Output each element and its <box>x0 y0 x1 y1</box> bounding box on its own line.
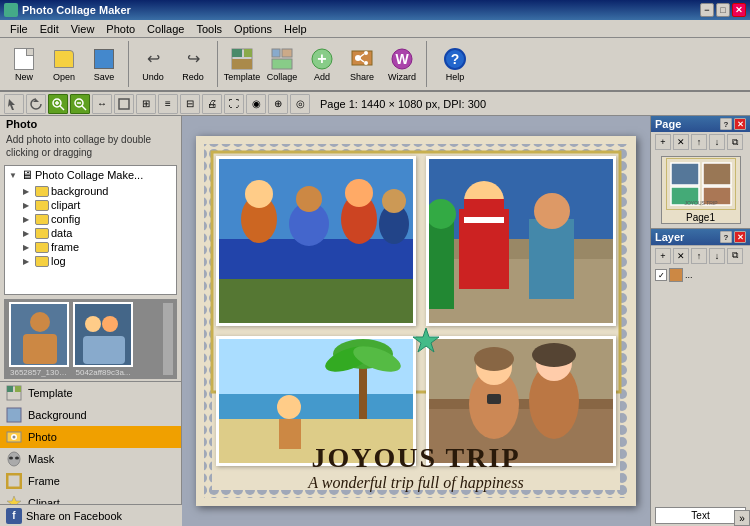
menu-options[interactable]: Options <box>228 22 278 36</box>
svg-rect-33 <box>83 336 125 364</box>
svg-point-58 <box>296 186 322 212</box>
move-tool-button[interactable] <box>4 94 24 114</box>
page-move-down-button[interactable]: ↓ <box>709 134 725 150</box>
share-button[interactable]: Share <box>342 42 382 86</box>
category-photo[interactable]: Photo <box>0 426 181 448</box>
layer-up-button[interactable]: ↑ <box>691 248 707 264</box>
collage-button[interactable]: Collage <box>262 42 302 86</box>
category-background[interactable]: Background <box>0 404 181 426</box>
expand-panel-button[interactable]: » <box>734 510 750 526</box>
tb2-btn6[interactable]: ⊞ <box>136 94 156 114</box>
thumb-scrollbar[interactable] <box>162 302 174 376</box>
layer-duplicate-button[interactable]: ⧉ <box>727 248 743 264</box>
tree-item-config[interactable]: ▶ config <box>19 212 176 226</box>
page-panel-close-btn[interactable]: ✕ <box>734 118 746 130</box>
app-title: Photo Collage Maker <box>22 4 131 16</box>
open-button[interactable]: Open <box>44 42 84 86</box>
category-template[interactable]: Template <box>0 382 181 404</box>
add-button[interactable]: + Add <box>302 42 342 86</box>
zoom-out-button[interactable] <box>70 94 90 114</box>
svg-rect-6 <box>272 59 292 69</box>
page-delete-button[interactable]: ✕ <box>673 134 689 150</box>
minimize-button[interactable]: − <box>700 3 714 17</box>
app-icon <box>4 3 18 17</box>
share-bar[interactable]: f Share on Facebook <box>0 504 182 526</box>
tree-item-log[interactable]: ▶ log <box>19 254 176 268</box>
maximize-button[interactable]: □ <box>716 3 730 17</box>
close-button[interactable]: ✕ <box>732 3 746 17</box>
tree-root[interactable]: ▼ 🖥 Photo Collage Make... <box>5 166 176 184</box>
page-thumbnail[interactable]: JOYOUS TRIP Page1 <box>661 156 741 224</box>
page-move-up-button[interactable]: ↑ <box>691 134 707 150</box>
layer-item-1[interactable]: ✓ ... <box>653 267 748 283</box>
help-button[interactable]: ? Help <box>435 42 475 86</box>
thumbnail-1[interactable] <box>9 302 69 367</box>
wizard-button[interactable]: W Wizard <box>382 42 422 86</box>
tb2-btn10[interactable]: ⛶ <box>224 94 244 114</box>
tb2-btn13[interactable]: ◎ <box>290 94 310 114</box>
save-button[interactable]: Save <box>84 42 124 86</box>
svg-rect-44 <box>7 474 21 488</box>
rotate-left-button[interactable] <box>26 94 46 114</box>
print-button[interactable]: 🖨 <box>202 94 222 114</box>
template-cat-icon <box>6 385 22 401</box>
svg-point-10 <box>355 55 361 61</box>
svg-point-62 <box>382 189 406 213</box>
tb2-btn12[interactable]: ⊕ <box>268 94 288 114</box>
svg-rect-71 <box>529 219 574 299</box>
tree-root-label: Photo Collage Make... <box>35 169 143 181</box>
undo-button[interactable]: ↩ Undo <box>133 42 173 86</box>
layer-panel: Layer ? ✕ + ✕ ↑ ↓ ⧉ ✓ ... Text <box>651 229 750 526</box>
layer-panel-help-btn[interactable]: ? <box>720 231 732 243</box>
tree-item-frame[interactable]: ▶ frame <box>19 240 176 254</box>
page-copy-button[interactable]: ⧉ <box>727 134 743 150</box>
zoom-in-button[interactable] <box>48 94 68 114</box>
layer-panel-buttons: ? ✕ <box>720 231 746 243</box>
tb2-btn5[interactable] <box>114 94 134 114</box>
toolbar: New Open Save ↩ Undo ↪ Redo Template <box>0 38 750 92</box>
layer-1-checkbox[interactable]: ✓ <box>655 269 667 281</box>
menu-tools[interactable]: Tools <box>190 22 228 36</box>
menu-photo[interactable]: Photo <box>100 22 141 36</box>
tree-item-clipart[interactable]: ▶ clipart <box>19 198 176 212</box>
page-add-button[interactable]: + <box>655 134 671 150</box>
layer-down-button[interactable]: ↓ <box>709 248 725 264</box>
thumbnail-2[interactable] <box>73 302 133 367</box>
photo-slot-2[interactable] <box>426 156 616 326</box>
layer-name-display: Text <box>655 507 746 524</box>
menu-edit[interactable]: Edit <box>34 22 65 36</box>
redo-button[interactable]: ↪ Redo <box>173 42 213 86</box>
tb2-btn11[interactable]: ◉ <box>246 94 266 114</box>
collage-text-area: JOYOUS TRIP A wonderful trip full of hap… <box>216 442 616 492</box>
file-tree[interactable]: ▼ 🖥 Photo Collage Make... ▶ background ▶… <box>4 165 177 295</box>
titlebar: Photo Collage Maker − □ ✕ <box>0 0 750 20</box>
menu-help[interactable]: Help <box>278 22 313 36</box>
mask-cat-icon <box>6 451 22 467</box>
category-mask[interactable]: Mask <box>0 448 181 470</box>
tb2-btn7[interactable]: ≡ <box>158 94 178 114</box>
photo-slot-1[interactable] <box>216 156 416 326</box>
svg-point-60 <box>345 179 373 207</box>
svg-rect-98 <box>703 163 731 185</box>
menu-collage[interactable]: Collage <box>141 22 190 36</box>
svg-rect-73 <box>429 219 454 309</box>
tree-item-data[interactable]: ▶ data <box>19 226 176 240</box>
page-info: Page 1: 1440 × 1080 px, DPI: 300 <box>320 98 486 110</box>
layer-toolbar: + ✕ ↑ ↓ ⧉ <box>651 245 750 265</box>
photo-cat-label: Photo <box>28 431 57 443</box>
tree-item-background[interactable]: ▶ background <box>19 184 176 198</box>
layer-delete-button[interactable]: ✕ <box>673 248 689 264</box>
new-button[interactable]: New <box>4 42 44 86</box>
menu-view[interactable]: View <box>65 22 101 36</box>
fit-button[interactable]: ↔ <box>92 94 112 114</box>
svg-point-11 <box>364 51 368 55</box>
folder-icon <box>35 256 49 267</box>
page-panel-help-btn[interactable]: ? <box>720 118 732 130</box>
layer-panel-close-btn[interactable]: ✕ <box>734 231 746 243</box>
category-frame[interactable]: Frame <box>0 470 181 492</box>
tb2-btn8[interactable]: ⊟ <box>180 94 200 114</box>
menu-file[interactable]: File <box>4 22 34 36</box>
svg-point-31 <box>85 316 101 332</box>
template-button[interactable]: Template <box>222 42 262 86</box>
layer-add-button[interactable]: + <box>655 248 671 264</box>
